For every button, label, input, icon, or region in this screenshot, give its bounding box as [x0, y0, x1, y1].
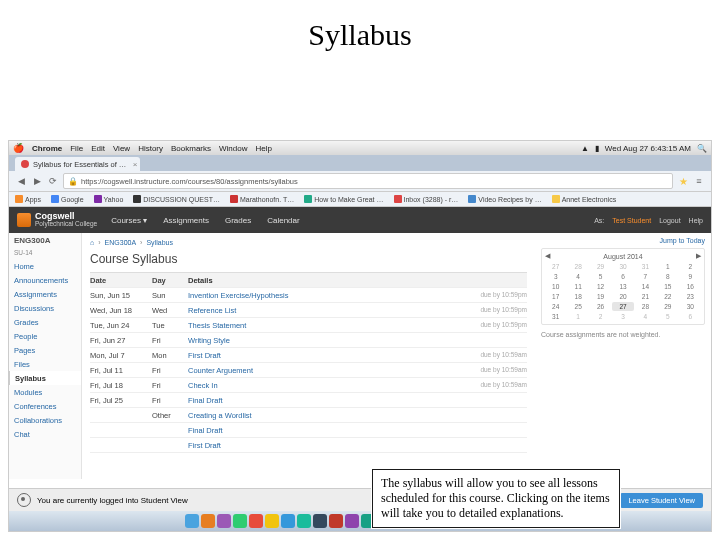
- sidebar-item-grades[interactable]: Grades: [9, 315, 81, 329]
- mac-menu-item[interactable]: View: [113, 144, 130, 153]
- dock-app-icon[interactable]: [329, 514, 343, 528]
- mac-menu-item[interactable]: Window: [219, 144, 247, 153]
- dock-app-icon[interactable]: [217, 514, 231, 528]
- cell-details-link[interactable]: Thesis Statement: [188, 321, 447, 330]
- cell-due: due by 10:59pm: [447, 291, 527, 300]
- syllabus-table: Date Day Details Sun, Jun 15SunInvention…: [90, 272, 527, 453]
- sidebar-item-people[interactable]: People: [9, 329, 81, 343]
- dock-app-icon[interactable]: [201, 514, 215, 528]
- bookmark-item[interactable]: Annet Electronics: [552, 195, 616, 203]
- nav-courses[interactable]: Courses ▾: [111, 216, 147, 225]
- cell-date: [90, 441, 152, 450]
- sidebar-item-modules[interactable]: Modules: [9, 385, 81, 399]
- bookmark-star-icon[interactable]: ★: [677, 175, 689, 187]
- dock-app-icon[interactable]: [313, 514, 327, 528]
- cal-next-icon[interactable]: ▶: [696, 252, 701, 260]
- cell-details-link[interactable]: Creating a Wordlist: [188, 411, 447, 420]
- dock-app-icon[interactable]: [265, 514, 279, 528]
- breadcrumb-course[interactable]: ENG300A: [105, 239, 137, 246]
- dock-app-icon[interactable]: [281, 514, 295, 528]
- bookmark-item[interactable]: Inbox (3288) - r…: [394, 195, 459, 203]
- dock-app-icon[interactable]: [345, 514, 359, 528]
- chrome-menu-icon[interactable]: ≡: [693, 175, 705, 187]
- favicon: [133, 195, 141, 203]
- test-student-name: Test Student: [612, 217, 651, 224]
- mini-calendar: ◀ August 2014 ▶ 272829303112345678910111…: [541, 248, 705, 325]
- cell-date: Fri, Jul 11: [90, 366, 152, 375]
- dock-app-icon[interactable]: [233, 514, 247, 528]
- dock-app-icon[interactable]: [249, 514, 263, 528]
- canvas-header: Cogswell Polytechnical College Courses ▾…: [9, 207, 711, 233]
- cell-details-link[interactable]: Final Draft: [188, 426, 447, 435]
- sidebar-item-announcements[interactable]: Announcements: [9, 273, 81, 287]
- cell-details-link[interactable]: Counter Arguement: [188, 366, 447, 375]
- as-label: As:: [594, 217, 604, 224]
- sidebar-item-conferences[interactable]: Conferences: [9, 399, 81, 413]
- sidebar-item-assignments[interactable]: Assignments: [9, 287, 81, 301]
- cell-due: due by 10:59am: [447, 351, 527, 360]
- nav-calendar[interactable]: Calendar: [267, 216, 299, 225]
- bookmark-item[interactable]: Apps: [15, 195, 41, 203]
- logout-link[interactable]: Logout: [659, 217, 680, 224]
- mac-menu-item[interactable]: Edit: [91, 144, 105, 153]
- cal-prev-icon[interactable]: ◀: [545, 252, 550, 260]
- mac-menu-item[interactable]: Bookmarks: [171, 144, 211, 153]
- wifi-icon[interactable]: ▲: [581, 144, 589, 153]
- dock-app-icon[interactable]: [297, 514, 311, 528]
- sidebar-item-chat[interactable]: Chat: [9, 427, 81, 441]
- bookmark-item[interactable]: Yahoo: [94, 195, 124, 203]
- bookmark-item[interactable]: Google: [51, 195, 84, 203]
- apple-icon[interactable]: 🍎: [13, 143, 24, 153]
- url-field[interactable]: 🔒 https://cogswell.instructure.com/cours…: [63, 173, 673, 189]
- mac-menu-item[interactable]: Help: [255, 144, 271, 153]
- cell-details-link[interactable]: Writing Style: [188, 336, 447, 345]
- dock-app-icon[interactable]: [185, 514, 199, 528]
- close-tab-icon[interactable]: ×: [133, 160, 138, 169]
- mac-menu-item[interactable]: File: [70, 144, 83, 153]
- back-button[interactable]: ◀: [15, 175, 27, 187]
- bookmark-item[interactable]: Marathonofn. T…: [230, 195, 294, 203]
- jump-to-today-link[interactable]: Jump to Today: [541, 237, 705, 244]
- cell-details-link[interactable]: Reference List: [188, 306, 447, 315]
- bookmark-item[interactable]: Video Recipes by …: [468, 195, 541, 203]
- cell-due: due by 10:59am: [447, 381, 527, 390]
- school-logo[interactable]: Cogswell Polytechnical College: [17, 212, 97, 228]
- home-icon[interactable]: ⌂: [90, 239, 94, 246]
- sidebar-item-discussions[interactable]: Discussions: [9, 301, 81, 315]
- leave-student-view-button[interactable]: Leave Student View: [620, 493, 703, 508]
- cell-date: Fri, Jun 27: [90, 336, 152, 345]
- cell-due: [447, 411, 527, 420]
- forward-button[interactable]: ▶: [31, 175, 43, 187]
- help-link[interactable]: Help: [689, 217, 703, 224]
- cell-due: [447, 396, 527, 405]
- spotlight-icon[interactable]: 🔍: [697, 144, 707, 153]
- sidebar-item-home[interactable]: Home: [9, 259, 81, 273]
- table-row: Mon, Jul 7MonFirst Draftdue by 10:59am: [90, 348, 527, 363]
- nav-grades[interactable]: Grades: [225, 216, 251, 225]
- cell-details-link[interactable]: Invention Exercise/Hypothesis: [188, 291, 447, 300]
- sidebar-item-collaborations[interactable]: Collaborations: [9, 413, 81, 427]
- cell-details-link[interactable]: Final Draft: [188, 396, 447, 405]
- sidebar-item-syllabus[interactable]: Syllabus: [8, 371, 81, 385]
- sidebar-item-files[interactable]: Files: [9, 357, 81, 371]
- cell-day: Sun: [152, 291, 188, 300]
- sidebar-item-pages[interactable]: Pages: [9, 343, 81, 357]
- cell-details-link[interactable]: First Draft: [188, 351, 447, 360]
- course-sidebar: ENG300A SU-14 Home Announcements Assignm…: [9, 233, 82, 479]
- mac-menu-item[interactable]: History: [138, 144, 163, 153]
- cell-date: Sun, Jun 15: [90, 291, 152, 300]
- cell-date: Tue, Jun 24: [90, 321, 152, 330]
- bookmark-item[interactable]: DISCUSSION QUEST…: [133, 195, 220, 203]
- mac-app-name[interactable]: Chrome: [32, 144, 62, 153]
- nav-assignments[interactable]: Assignments: [163, 216, 209, 225]
- table-row: First Draft: [90, 438, 527, 453]
- table-row: Wed, Jun 18WedReference Listdue by 10:59…: [90, 303, 527, 318]
- calendar-grid[interactable]: 2728293031123456789101112131415161718192…: [545, 262, 701, 321]
- browser-tab[interactable]: Syllabus for Essentials of … ×: [15, 157, 140, 171]
- cell-details-link[interactable]: First Draft: [188, 441, 447, 450]
- cell-details-link[interactable]: Check In: [188, 381, 447, 390]
- reload-button[interactable]: ⟳: [47, 175, 59, 187]
- favicon: [230, 195, 238, 203]
- battery-icon[interactable]: ▮: [595, 144, 599, 153]
- bookmark-item[interactable]: How to Make Great …: [304, 195, 383, 203]
